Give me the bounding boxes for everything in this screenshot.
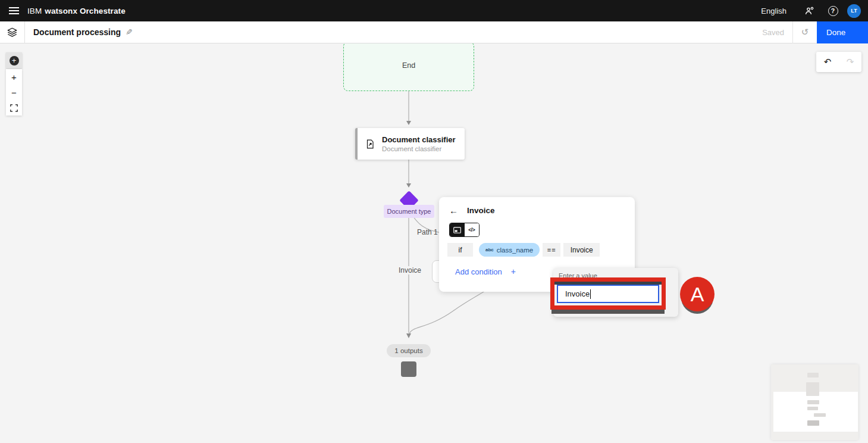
document-icon bbox=[365, 139, 375, 149]
annotation-badge-a: A bbox=[680, 277, 715, 311]
zoom-out-button[interactable]: − bbox=[6, 85, 22, 100]
avatar[interactable]: LT bbox=[847, 4, 861, 18]
redo-button[interactable]: ↷ bbox=[839, 52, 861, 72]
code-view-button[interactable]: </> bbox=[465, 223, 480, 236]
flow-title: Document processing bbox=[33, 27, 121, 37]
flow-list-button[interactable] bbox=[0, 21, 25, 43]
add-condition-label: Add condition bbox=[455, 267, 502, 276]
end-node[interactable]: End bbox=[343, 42, 474, 91]
user-settings-button[interactable] bbox=[797, 0, 821, 21]
edit-title-icon[interactable]: ✎ bbox=[126, 27, 133, 37]
classifier-node-title: Document classifier bbox=[382, 135, 456, 144]
minimap-node bbox=[814, 413, 826, 417]
text-caret bbox=[590, 289, 591, 299]
form-view-icon bbox=[453, 226, 462, 235]
brand-prefix: IBM bbox=[27, 7, 42, 15]
classifier-node-subtitle: Document classifier bbox=[382, 145, 456, 152]
document-classifier-node[interactable]: Document classifier Document classifier bbox=[355, 128, 465, 160]
zoom-panel: + − bbox=[6, 69, 22, 116]
user-settings-icon bbox=[804, 6, 814, 16]
help-icon: ? bbox=[828, 6, 838, 16]
fit-to-screen-button[interactable] bbox=[6, 100, 22, 116]
decision-node-label[interactable]: Document type bbox=[384, 205, 434, 218]
app-header: IBMwatsonx Orchestrate English ? LT bbox=[0, 0, 868, 21]
back-arrow-icon[interactable]: ← bbox=[449, 206, 458, 215]
minimap-node bbox=[807, 373, 819, 378]
add-node-button[interactable]: + bbox=[6, 52, 22, 68]
minimap[interactable] bbox=[771, 364, 858, 440]
end-node-label: End bbox=[344, 61, 474, 70]
undo-redo-card: ↶ ↷ bbox=[816, 52, 861, 72]
done-button[interactable]: Done bbox=[817, 21, 868, 43]
add-node-icon: + bbox=[10, 56, 19, 65]
language-selector[interactable]: English bbox=[750, 7, 797, 15]
code-view-icon: </> bbox=[468, 227, 475, 233]
condition-if-field: if bbox=[447, 243, 473, 257]
variable-type-tag: abc bbox=[485, 247, 494, 252]
minimap-node bbox=[807, 420, 819, 426]
hamburger-icon bbox=[9, 5, 19, 16]
flow-canvas[interactable]: + + − ↶ ↷ End bbox=[0, 43, 868, 443]
variable-pill[interactable]: abc class_name bbox=[479, 243, 540, 257]
operator-field[interactable]: == bbox=[543, 243, 560, 257]
outputs-badge: 1 outputs bbox=[387, 344, 431, 357]
help-button[interactable]: ? bbox=[821, 0, 845, 21]
version-history-button[interactable]: ↺ bbox=[793, 21, 817, 43]
save-status: Saved bbox=[754, 28, 792, 37]
variable-name: class_name bbox=[497, 247, 533, 254]
annotation-highlight-box: Invoice bbox=[550, 277, 666, 310]
history-icon: ↺ bbox=[801, 27, 809, 38]
invoice-edge-label: Invoice bbox=[396, 266, 424, 274]
value-input[interactable]: Invoice bbox=[557, 285, 659, 303]
flow-connectors bbox=[0, 43, 868, 443]
condition-panel-title: Invoice bbox=[467, 206, 495, 215]
brand-name: watsonx Orchestrate bbox=[45, 7, 125, 15]
condition-row: if abc class_name == Invoice bbox=[447, 243, 635, 257]
minimap-node bbox=[806, 382, 819, 396]
undo-button[interactable]: ↶ bbox=[816, 52, 839, 72]
fit-to-screen-icon bbox=[10, 104, 18, 112]
view-toggle: </> bbox=[449, 223, 480, 237]
zoom-in-button[interactable]: + bbox=[6, 69, 22, 85]
form-view-button[interactable] bbox=[450, 223, 465, 236]
flow-toolbar: Document processing ✎ Saved ↺ Done bbox=[0, 21, 868, 43]
value-field[interactable]: Invoice bbox=[563, 243, 600, 257]
product-title: IBMwatsonx Orchestrate bbox=[27, 7, 126, 15]
hamburger-menu-button[interactable] bbox=[0, 0, 27, 21]
value-input-text: Invoice bbox=[565, 289, 590, 298]
layers-icon bbox=[7, 27, 17, 38]
path-edge-label: Path 1 bbox=[417, 228, 438, 236]
minimap-node bbox=[807, 400, 819, 404]
minimap-node bbox=[807, 407, 818, 410]
canvas-controls: + + − bbox=[6, 52, 22, 116]
output-node[interactable] bbox=[401, 361, 416, 377]
add-condition-plus-icon: + bbox=[511, 267, 516, 276]
app-window: IBMwatsonx Orchestrate English ? LT bbox=[0, 0, 868, 443]
